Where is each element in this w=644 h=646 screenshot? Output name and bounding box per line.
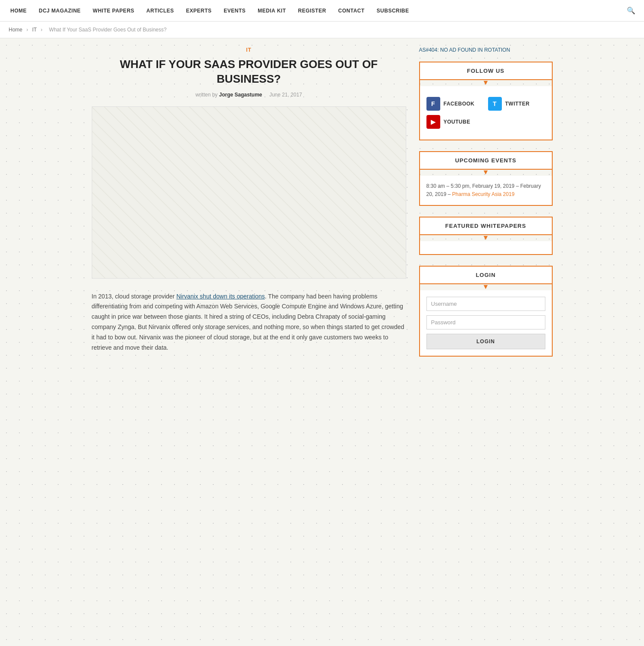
follow-us-body: f FACEBOOK t TWITTER ▶ YOUTUBE [420,86,552,140]
article-body: In 2013, cloud storage provider Nirvanix… [92,292,406,353]
upcoming-events-header: UPCOMING EVENTS [420,152,552,170]
main-container: IT WHAT IF YOUR SAAS PROVIDER GOES OUT O… [85,38,559,376]
nav-subscribe[interactable]: SUBSCRIBE [370,0,415,22]
breadcrumb-separator-2: › [41,27,43,33]
article-meta: written by Jorge Sagastume June 21, 2017 [92,92,406,98]
nav-media-kit[interactable]: MEDIA KIT [252,0,292,22]
body-intro: In 2013, cloud storage provider [92,293,177,300]
username-input[interactable] [426,297,545,311]
facebook-label: FACEBOOK [444,101,475,107]
upcoming-events-body: 8:30 am – 5:30 pm, February 19, 2019 – F… [420,176,552,205]
upcoming-events-widget: UPCOMING EVENTS ▼ 8:30 am – 5:30 pm, Feb… [419,151,553,206]
facebook-link[interactable]: f FACEBOOK [426,97,484,111]
nav-articles[interactable]: ARTICLES [140,0,180,22]
featured-whitepapers-arrow: ▼ [420,234,552,241]
article-area: IT WHAT IF YOUR SAAS PROVIDER GOES OUT O… [92,47,406,367]
youtube-label: YOUTUBE [444,119,470,125]
nav-experts[interactable]: EXPERTS [180,0,218,22]
main-navigation: HOME DCJ MAGAZINE WHITE PAPERS ARTICLES … [0,0,644,22]
nav-white-papers[interactable]: WHITE PAPERS [87,0,140,22]
twitter-link[interactable]: t TWITTER [488,97,545,111]
breadcrumb-it[interactable]: IT [32,27,37,33]
article-date: June 21, 2017 [269,92,302,98]
nav-contact[interactable]: CONTACT [332,0,370,22]
article-title: WHAT IF YOUR SAAS PROVIDER GOES OUT OF B… [92,57,406,87]
nav-dcj-magazine[interactable]: DCJ MAGAZINE [33,0,87,22]
nav-register[interactable]: REGISTER [292,0,332,22]
social-links: f FACEBOOK t TWITTER ▶ YOUTUBE [426,93,545,133]
body-rest: . The company had been having problems d… [92,293,404,351]
ad-notice: AS#404: NO AD FOUND IN ROTATION [419,47,553,53]
nav-events[interactable]: EVENTS [218,0,252,22]
search-icon[interactable]: 🔍 [622,6,640,15]
login-widget: LOGIN ▼ LOGIN [419,266,553,357]
article-featured-image [92,106,406,279]
breadcrumb: Home › IT › What If Your SaaS Provider G… [0,22,644,38]
written-by-label: written by [196,92,218,98]
twitter-label: TWITTER [505,101,530,107]
follow-us-arrow: ▼ [420,79,552,86]
nirvanix-link[interactable]: Nirvanix shut down its operations [176,293,264,300]
nav-home[interactable]: HOME [4,0,33,22]
featured-whitepapers-body [420,241,552,254]
featured-whitepapers-header: FEATURED WHITEPAPERS [420,217,552,235]
event-item: 8:30 am – 5:30 pm, February 19, 2019 – F… [426,182,545,199]
breadcrumb-current: What If Your SaaS Provider Goes Out of B… [49,27,167,33]
featured-whitepapers-widget: FEATURED WHITEPAPERS ▼ [419,217,553,255]
author-link[interactable]: Jorge Sagastume [219,92,262,98]
follow-us-widget: FOLLOW US ▼ f FACEBOOK t TWITTER ▶ YOUTU… [419,62,553,140]
login-form: LOGIN [420,290,552,356]
article-category: IT [92,47,406,53]
breadcrumb-home[interactable]: Home [9,27,22,33]
event-link[interactable]: Pharma Security Asia 2019 [452,191,515,197]
youtube-icon: ▶ [426,115,440,129]
password-input[interactable] [426,315,545,329]
follow-us-header: FOLLOW US [420,62,552,80]
twitter-icon: t [488,97,502,111]
login-header: LOGIN [420,267,552,284]
upcoming-events-arrow: ▼ [420,169,552,176]
login-arrow: ▼ [420,283,552,290]
facebook-icon: f [426,97,440,111]
sidebar: AS#404: NO AD FOUND IN ROTATION FOLLOW U… [419,47,553,367]
login-button[interactable]: LOGIN [426,334,545,349]
breadcrumb-separator-1: › [26,27,28,33]
youtube-link[interactable]: ▶ YOUTUBE [426,115,484,129]
